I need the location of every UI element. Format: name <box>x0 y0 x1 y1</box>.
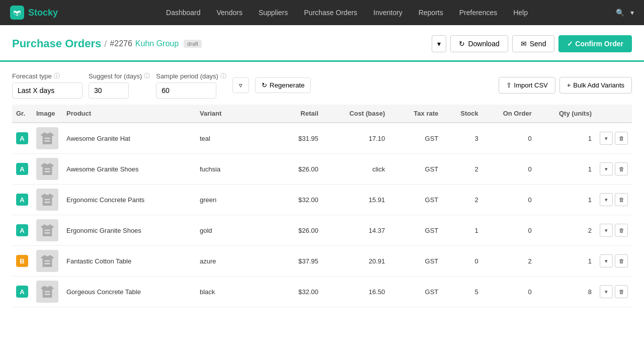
forecast-type-select[interactable]: Last X days <box>12 82 83 99</box>
nav-help[interactable]: Help <box>505 0 536 25</box>
filter-icon: ▿ <box>239 81 243 89</box>
cost-cell: 17.10 <box>323 123 389 154</box>
col-header-variant: Variant <box>196 105 263 123</box>
tshirt-icon <box>39 161 55 177</box>
trash-icon: 🗑 <box>619 197 624 203</box>
search-icon[interactable]: 🔍 <box>616 9 624 17</box>
tax-cell: GST <box>389 246 442 277</box>
more-options-button[interactable]: ▾ <box>432 35 446 52</box>
qty-value: 1 <box>580 135 592 142</box>
user-caret-icon[interactable]: ▾ <box>630 9 634 17</box>
qty-value: 8 <box>580 288 592 296</box>
row-delete-button[interactable]: 🗑 <box>615 193 628 206</box>
row-dropdown-button[interactable]: ▾ <box>600 224 613 237</box>
send-button[interactable]: ✉ Send <box>512 35 555 52</box>
filters-row: Forecast type ⓘ Last X days Suggest for … <box>0 62 644 105</box>
qty-value: 2 <box>580 227 592 234</box>
dropdown-caret-icon: ▾ <box>437 40 441 48</box>
supplier-link[interactable]: Kuhn Group <box>135 39 179 48</box>
nav-inventory[interactable]: Inventory <box>365 0 411 25</box>
table-row: A Ergonomic Granite Shoes gold $26.00 14… <box>12 215 632 246</box>
grade-cell: A <box>12 215 32 246</box>
row-actions-cell: ▾ 🗑 <box>596 154 632 185</box>
variant-cell: azure <box>196 246 263 277</box>
tax-cell: GST <box>389 123 442 154</box>
on-order-cell: 2 <box>482 246 536 277</box>
suggest-info-icon: ⓘ <box>144 72 150 80</box>
page-header: Purchase Orders / #2276 Kuhn Group draft… <box>0 25 644 52</box>
caret-icon: ▾ <box>605 135 608 142</box>
row-dropdown-button[interactable]: ▾ <box>600 132 613 145</box>
caret-icon: ▾ <box>605 227 608 234</box>
row-delete-button[interactable]: 🗑 <box>615 254 628 267</box>
row-dropdown-button[interactable]: ▾ <box>600 285 613 298</box>
suggest-days-input[interactable] <box>89 82 129 99</box>
purchase-orders-link[interactable]: Purchase Orders <box>12 37 101 50</box>
image-cell <box>32 246 62 277</box>
table-row: B Fantastic Cotton Table azure $37.95 20… <box>12 246 632 277</box>
caret-icon: ▾ <box>605 258 608 264</box>
stock-cell: 3 <box>442 123 482 154</box>
row-dropdown-button[interactable]: ▾ <box>600 162 613 175</box>
table-row: A Gorgeous Concrete Table black $32.00 1… <box>12 277 632 307</box>
brand[interactable]: Stocky <box>10 6 58 20</box>
cost-cell: 20.91 <box>323 246 389 277</box>
image-cell <box>32 185 62 215</box>
regenerate-button[interactable]: ↻ Regenerate <box>255 77 311 93</box>
nav-dashboard[interactable]: Dashboard <box>158 0 209 25</box>
col-header-qty: Qty (units) <box>536 105 596 123</box>
retail-cell: $32.00 <box>263 277 323 307</box>
product-name-cell: Awesome Granite Shoes <box>62 154 196 185</box>
on-order-cell: 0 <box>482 123 536 154</box>
plus-icon: + <box>567 81 571 89</box>
row-actions-cell: ▾ 🗑 <box>596 215 632 246</box>
image-cell <box>32 215 62 246</box>
col-header-cost: Cost (base) <box>323 105 389 123</box>
product-image <box>36 281 58 303</box>
tax-cell: GST <box>389 154 442 185</box>
row-actions-cell: ▾ 🗑 <box>596 185 632 215</box>
bulk-add-variants-button[interactable]: + Bulk Add Variants <box>559 77 632 94</box>
on-order-cell: 0 <box>482 185 536 215</box>
grade-badge: A <box>16 163 28 175</box>
nav-suppliers[interactable]: Suppliers <box>251 0 296 25</box>
row-delete-button[interactable]: 🗑 <box>615 285 628 298</box>
tshirt-icon <box>39 192 55 208</box>
row-delete-button[interactable]: 🗑 <box>615 224 628 237</box>
product-name-cell: Awesome Granite Hat <box>62 123 196 154</box>
row-actions-cell: ▾ 🗑 <box>596 123 632 154</box>
table-row: A Awesome Granite Hat teal $31.95 17.10 … <box>12 123 632 154</box>
nav-links: Dashboard Vendors Suppliers Purchase Ord… <box>78 0 616 25</box>
cost-cell: 15.91 <box>323 185 389 215</box>
products-table-wrap: Gr. Image Product Variant Retail Cost (b… <box>0 105 644 307</box>
send-icon: ✉ <box>521 40 527 48</box>
confirm-order-button[interactable]: ✓ Confirm Order <box>558 35 632 52</box>
row-dropdown-button[interactable]: ▾ <box>600 254 613 267</box>
table-header: Gr. Image Product Variant Retail Cost (b… <box>12 105 632 123</box>
nav-vendors[interactable]: Vendors <box>209 0 251 25</box>
sample-period-input[interactable] <box>156 82 216 99</box>
variant-cell: black <box>196 277 263 307</box>
import-csv-button[interactable]: ⇧ Import CSV <box>499 77 555 94</box>
row-delete-button[interactable]: 🗑 <box>615 162 628 175</box>
grade-cell: A <box>12 185 32 215</box>
filter-button[interactable]: ▿ <box>232 77 249 93</box>
grade-badge: A <box>16 286 28 298</box>
nav-reports[interactable]: Reports <box>411 0 451 25</box>
row-dropdown-button[interactable]: ▾ <box>600 193 613 206</box>
download-button[interactable]: ↻ Download <box>450 35 508 52</box>
navbar: Stocky Dashboard Vendors Suppliers Purch… <box>0 0 644 25</box>
nav-preferences[interactable]: Preferences <box>451 0 505 25</box>
retail-cell: $26.00 <box>263 215 323 246</box>
qty-cell: 1 <box>536 246 596 277</box>
image-cell <box>32 123 62 154</box>
qty-value: 1 <box>580 196 592 204</box>
nav-purchase-orders[interactable]: Purchase Orders <box>296 0 365 25</box>
qty-cell: 1 <box>536 185 596 215</box>
row-delete-button[interactable]: 🗑 <box>615 132 628 145</box>
breadcrumb-separator: / <box>104 39 107 49</box>
stock-cell: 1 <box>442 215 482 246</box>
tshirt-icon <box>39 130 55 146</box>
col-header-tax: Tax rate <box>389 105 442 123</box>
on-order-cell: 0 <box>482 154 536 185</box>
